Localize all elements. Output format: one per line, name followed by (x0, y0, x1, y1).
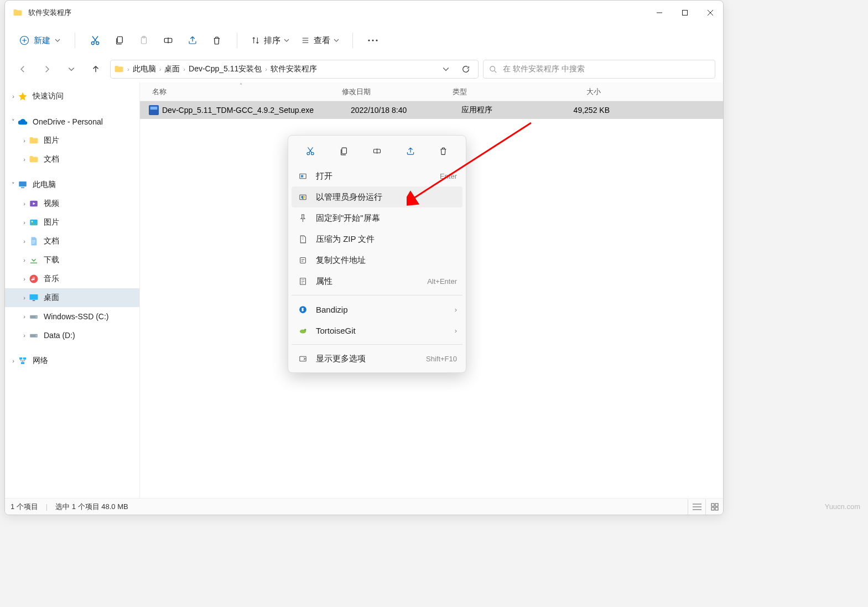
context-menu-item[interactable]: 显示更多选项Shift+F10 (292, 348, 462, 369)
chevron-down-icon (284, 38, 289, 43)
crumb-root-icon (113, 64, 125, 74)
svg-rect-25 (21, 188, 24, 189)
toolbar: 新建 排序 查看 (5, 25, 723, 56)
context-menu-item[interactable]: 固定到"开始"屏幕 (292, 207, 462, 229)
exe-icon (149, 105, 159, 115)
context-menu-item[interactable]: TortoiseGit› (292, 320, 462, 341)
context-quickbar (292, 139, 462, 165)
chevron-icon: › (20, 332, 28, 339)
context-menu-item[interactable]: 属性Alt+Enter (292, 271, 462, 292)
breadcrumb-item[interactable]: Dev-Cpp_5.11安装包 (188, 64, 263, 74)
file-type: 应用程序 (461, 105, 554, 115)
tree-icon (28, 255, 39, 266)
ctx-rename-button[interactable] (367, 142, 387, 160)
up-button[interactable] (86, 59, 106, 79)
ctx-label: 显示更多选项 (316, 354, 418, 364)
sidebar-item[interactable]: ›Data (D:) (5, 326, 139, 345)
tree-icon (28, 198, 39, 209)
ctx-cut-button[interactable] (300, 142, 320, 160)
recent-button[interactable] (61, 59, 81, 79)
sort-icon (251, 36, 261, 45)
sidebar-item[interactable]: ›视频 (5, 194, 139, 213)
svg-rect-11 (117, 37, 122, 43)
search-input[interactable]: 在 软件安装程序 中搜索 (483, 60, 715, 79)
cut-button[interactable] (84, 30, 106, 50)
chevron-icon: › (9, 357, 17, 364)
maximize-button[interactable] (672, 1, 698, 25)
tree-icon (28, 154, 39, 165)
ctx-share-button[interactable] (401, 142, 420, 160)
svg-rect-38 (21, 362, 24, 364)
titlebar: 软件安装程序 (5, 1, 723, 25)
ctx-label: TortoiseGit (316, 326, 447, 335)
address-bar[interactable]: › 此电脑› 桌面› Dev-Cpp_5.11安装包› 软件安装程序 (110, 60, 479, 79)
context-menu-item[interactable]: 打开Enter (292, 165, 462, 186)
svg-rect-39 (149, 105, 159, 115)
brand-watermark: Yuucn.com (825, 502, 860, 511)
icons-view-button[interactable] (705, 499, 723, 515)
file-row[interactable]: Dev-Cpp_5.11_TDM-GCC_4.9.2_Setup.exe 202… (140, 101, 723, 119)
col-date[interactable]: 修改日期 (342, 87, 453, 97)
breadcrumb-item[interactable]: 此电脑 (132, 64, 157, 74)
sidebar-item[interactable]: ›文档 (5, 150, 139, 169)
close-button[interactable] (698, 1, 723, 25)
ctx-label: 复制文件地址 (316, 255, 457, 266)
tree-label: 图片 (44, 136, 59, 146)
breadcrumb-item[interactable]: 软件安装程序 (269, 64, 318, 74)
sidebar-item[interactable]: ›网络 (5, 351, 139, 370)
sort-button[interactable]: 排序 (246, 32, 294, 49)
minimize-button[interactable] (647, 1, 672, 25)
view-button[interactable]: 查看 (296, 32, 344, 49)
sidebar-item[interactable]: ›图片 (5, 213, 139, 232)
share-button[interactable] (181, 30, 204, 50)
more-button[interactable] (362, 30, 384, 50)
copy-button[interactable] (108, 30, 131, 50)
sidebar-item[interactable]: ˅OneDrive - Personal (5, 112, 139, 131)
ctx-label: 属性 (316, 276, 419, 287)
addr-dropdown[interactable] (436, 59, 456, 79)
tree-label: 下载 (44, 255, 59, 265)
sidebar-item[interactable]: ›快速访问 (5, 87, 139, 106)
svg-rect-40 (150, 107, 158, 110)
ctx-icon (297, 191, 308, 203)
column-headers: ˄名称 修改日期 类型 大小 (140, 82, 723, 101)
context-menu-item[interactable]: 以管理员身份运行 (292, 186, 462, 207)
tree-label: 音乐 (44, 274, 59, 284)
ctx-delete-button[interactable] (434, 142, 454, 160)
tree-label: 图片 (44, 217, 59, 227)
back-button[interactable] (13, 59, 33, 79)
file-size: 49,252 KB (554, 106, 621, 115)
chevron-icon: › (20, 200, 28, 207)
rename-button[interactable] (157, 30, 179, 50)
sidebar-item[interactable]: ›图片 (5, 131, 139, 150)
forward-button[interactable] (37, 59, 57, 79)
context-menu-item[interactable]: Bandizip› (292, 299, 462, 320)
svg-rect-56 (300, 175, 303, 177)
sidebar-item[interactable]: ›桌面 (5, 288, 139, 307)
svg-point-20 (372, 39, 373, 41)
delete-button[interactable] (206, 30, 228, 50)
sidebar-item[interactable]: ›下载 (5, 251, 139, 269)
sidebar-item[interactable]: ›文档 (5, 232, 139, 251)
tree-icon (17, 91, 28, 102)
col-type[interactable]: 类型 (453, 87, 545, 97)
context-menu-item[interactable]: 压缩为 ZIP 文件 (292, 229, 462, 250)
ctx-shortcut: Enter (440, 172, 457, 180)
context-menu-item[interactable]: 复制文件地址 (292, 250, 462, 271)
svg-rect-52 (342, 148, 347, 154)
svg-point-48 (307, 152, 310, 155)
sidebar-item[interactable]: ›音乐 (5, 269, 139, 288)
breadcrumb-item[interactable]: 桌面 (163, 64, 181, 74)
tree-icon (28, 236, 39, 247)
col-name[interactable]: ˄名称 (140, 87, 342, 97)
chevron-icon: ˅ (9, 181, 17, 189)
col-size[interactable]: 大小 (545, 87, 612, 97)
sidebar-item[interactable]: ˅此电脑 (5, 175, 139, 194)
ctx-copy-button[interactable] (334, 142, 354, 160)
refresh-button[interactable] (456, 59, 476, 79)
details-view-button[interactable] (688, 499, 705, 515)
ctx-icon (297, 325, 308, 336)
svg-rect-31 (33, 300, 35, 302)
sidebar-item[interactable]: ›Windows-SSD (C:) (5, 307, 139, 326)
new-button[interactable]: 新建 (14, 32, 66, 49)
